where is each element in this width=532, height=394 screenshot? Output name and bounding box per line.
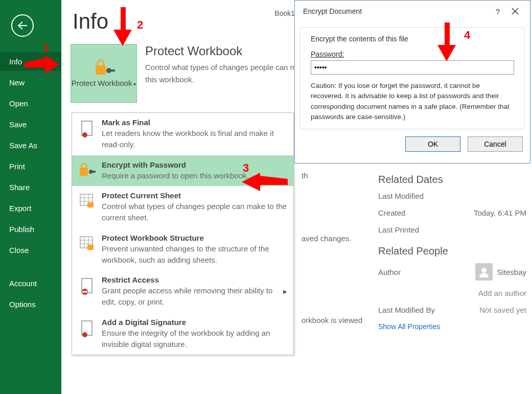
add-author-row[interactable]: Add an author <box>378 289 526 297</box>
workbook-lock-icon <box>79 236 96 252</box>
menu-restrict-access[interactable]: Restrict AccessGrant people access while… <box>72 270 293 313</box>
document-no-entry-icon <box>80 277 95 296</box>
property-row: Last Printed <box>378 225 526 234</box>
avatar-icon <box>475 263 493 281</box>
svg-rect-19 <box>87 245 94 250</box>
sidebar-item-export[interactable]: Export <box>0 199 61 218</box>
password-input[interactable] <box>311 60 514 75</box>
sidebar-item-share[interactable]: Share <box>0 178 61 197</box>
svg-marker-30 <box>242 173 288 191</box>
dialog-help-button[interactable]: ? <box>489 4 506 19</box>
property-row: CreatedToday, 6:41 PM <box>378 208 526 217</box>
menu-item-title: Restrict Access <box>102 275 276 284</box>
menu-item-desc: Grant people access while removing their… <box>102 285 276 308</box>
svg-rect-2 <box>111 69 115 72</box>
menu-item-desc: Control what types of changes people can… <box>102 201 287 223</box>
sidebar-item-new[interactable]: New <box>0 73 61 92</box>
menu-protect-current-sheet[interactable]: Protect Current SheetControl what types … <box>72 186 293 228</box>
svg-point-6 <box>89 170 93 174</box>
menu-item-title: Protect Workbook Structure <box>102 234 287 242</box>
related-people-heading: Related People <box>378 245 526 257</box>
menu-item-title: Mark as Final <box>102 118 287 127</box>
submenu-arrow-icon: ▶ <box>281 289 287 294</box>
svg-marker-29 <box>113 7 132 46</box>
protect-button-label: Protect Workbook ▾ <box>72 79 136 88</box>
annotation-number-2: 2 <box>137 18 143 32</box>
sidebar-item-publish[interactable]: Publish <box>0 220 61 239</box>
menu-item-desc: Ensure the integrity of the workbook by … <box>102 328 287 350</box>
svg-marker-31 <box>437 22 456 61</box>
properties-panel: Related Dates Last Modified CreatedToday… <box>378 174 526 331</box>
svg-rect-5 <box>80 168 88 176</box>
lock-key-icon <box>79 163 96 178</box>
menu-item-title: Encrypt with Password <box>102 160 287 169</box>
menu-item-desc: Prevent unwanted changes to the structur… <box>102 243 287 266</box>
show-all-properties-link[interactable]: Show All Properties <box>378 322 526 331</box>
close-icon <box>512 8 519 15</box>
cancel-button[interactable]: Cancel <box>468 136 523 152</box>
related-dates-heading: Related Dates <box>378 174 526 186</box>
svg-rect-13 <box>87 202 94 207</box>
menu-mark-as-final[interactable]: Mark as FinalLet readers know the workbo… <box>72 113 293 155</box>
menu-item-desc: Let readers know the workbook is final a… <box>102 128 287 150</box>
dialog-caution-text: Caution: If you lose or forget the passw… <box>311 81 514 122</box>
protect-workbook-button[interactable]: Protect Workbook ▾ <box>71 44 137 103</box>
menu-add-digital-signature[interactable]: Add a Digital SignatureEnsure the integr… <box>72 313 293 355</box>
svg-point-24 <box>82 332 87 337</box>
back-arrow-icon <box>17 21 28 30</box>
svg-marker-28 <box>25 55 59 74</box>
annotation-arrow-4 <box>437 22 458 62</box>
menu-item-title: Add a Digital Signature <box>102 318 287 327</box>
annotation-number-3: 3 <box>243 161 249 175</box>
sheet-lock-icon <box>79 193 96 210</box>
annotation-arrow-1 <box>25 55 60 76</box>
menu-protect-workbook-structure[interactable]: Protect Workbook StructurePrevent unwant… <box>72 228 293 271</box>
ok-button[interactable]: OK <box>405 136 460 152</box>
annotation-number-1: 1 <box>43 41 49 54</box>
dialog-close-button[interactable] <box>506 4 524 19</box>
partial-text: orkbook is viewed <box>302 316 362 325</box>
partial-text: th <box>302 171 308 180</box>
sidebar-item-save[interactable]: Save <box>0 115 61 134</box>
encrypt-document-dialog: Encrypt Document ? Encrypt the contents … <box>294 0 530 164</box>
svg-point-25 <box>481 268 487 273</box>
svg-rect-0 <box>96 65 106 75</box>
sidebar-item-save-as[interactable]: Save As <box>0 136 61 155</box>
last-modified-by-row: Last Modified ByNot saved yet <box>378 306 526 314</box>
svg-rect-7 <box>92 171 96 173</box>
password-label: Password: <box>311 50 514 58</box>
sidebar-item-options[interactable]: Options <box>0 295 61 314</box>
sidebar-item-open[interactable]: Open <box>0 94 61 113</box>
property-row: Last Modified <box>378 192 526 200</box>
lock-key-icon <box>92 59 115 77</box>
sidebar-item-print[interactable]: Print <box>0 157 61 176</box>
sidebar-list: Info New Open Save Save As Print Share E… <box>0 52 61 314</box>
svg-point-1 <box>106 68 111 73</box>
svg-rect-22 <box>82 291 87 293</box>
dialog-title: Encrypt Document <box>303 7 362 15</box>
document-ribbon-icon <box>80 120 95 138</box>
svg-point-4 <box>82 132 87 137</box>
author-row: Author Sitesbay <box>378 263 526 281</box>
annotation-arrow-2 <box>113 7 134 47</box>
document-seal-icon <box>80 320 95 338</box>
protect-workbook-menu: Mark as FinalLet readers know the workbo… <box>72 112 294 355</box>
back-button[interactable] <box>11 14 34 37</box>
annotation-number-4: 4 <box>464 29 470 42</box>
dialog-subtitle: Encrypt the contents of this file <box>311 35 514 43</box>
sidebar-item-close[interactable]: Close <box>0 241 61 260</box>
author-name: Sitesbay <box>497 268 526 276</box>
annotation-arrow-3 <box>242 173 288 191</box>
partial-text: aved changes. <box>302 234 352 243</box>
sidebar-item-account[interactable]: Account <box>0 274 61 293</box>
menu-item-title: Protect Current Sheet <box>102 191 287 200</box>
